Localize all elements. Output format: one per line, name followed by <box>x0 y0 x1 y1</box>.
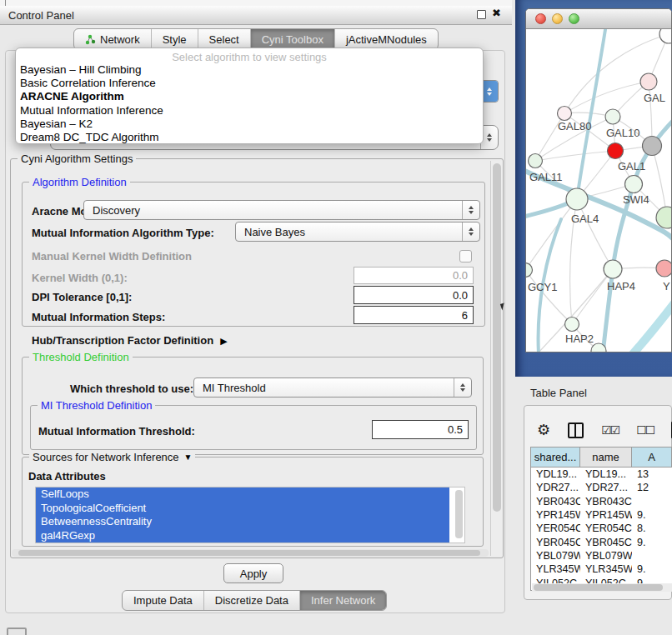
table-cell[interactable]: 9. <box>632 509 672 521</box>
tab-style[interactable]: Style <box>151 29 198 49</box>
network-node[interactable] <box>640 73 657 90</box>
dpi-tolerance-field[interactable]: 0.0 <box>354 286 474 304</box>
table-cell[interactable]: YPR145W <box>580 509 632 521</box>
dropdown-item[interactable]: Bayesian – Hill Climbing <box>16 63 483 77</box>
network-node[interactable] <box>604 260 622 278</box>
kernel-width-field[interactable]: 0.0 <box>354 267 474 284</box>
tab-network[interactable]: Network <box>74 29 151 49</box>
table-cell[interactable]: YPR145W <box>531 509 580 521</box>
minimize-window-button[interactable] <box>552 13 563 24</box>
table-cell[interactable]: YER054C <box>531 522 580 534</box>
list-scrollbar[interactable] <box>455 489 463 541</box>
table-cell[interactable]: YDR27... <box>531 482 580 493</box>
table-cell[interactable]: YBR045C <box>531 537 580 548</box>
table-cell[interactable]: 8. <box>632 522 672 534</box>
table-row[interactable]: YBL079WYBL079W <box>531 549 672 562</box>
network-window-titlebar[interactable] <box>526 9 671 29</box>
table-row[interactable]: YDR27...YDR27...12 <box>531 481 672 494</box>
network-node[interactable] <box>558 107 572 121</box>
table-cell[interactable]: YBR045C <box>580 537 632 548</box>
tab-impute-data[interactable]: Impute Data <box>123 591 203 610</box>
tab-discretize-data[interactable]: Discretize Data <box>203 591 299 610</box>
table-row[interactable]: YPR145WYPR145W9. <box>531 508 672 522</box>
table-cell[interactable]: YLR345W <box>580 563 632 575</box>
table-cell[interactable]: YDR27... <box>580 482 632 493</box>
columns-icon[interactable] <box>568 422 584 438</box>
mi-steps-field[interactable]: 6 <box>354 306 474 324</box>
network-node[interactable] <box>605 109 620 124</box>
scrollbar-thumb[interactable] <box>493 163 501 512</box>
dropdown-item[interactable]: Mutual Information Inference <box>16 104 483 118</box>
dropdown-item[interactable]: Basic Correlation Inference <box>16 77 483 90</box>
network-edge[interactable] <box>564 82 649 113</box>
network-node[interactable] <box>625 176 643 193</box>
close-icon[interactable]: ✖ <box>492 7 501 19</box>
which-threshold-combobox[interactable]: MI Threshold <box>193 378 472 398</box>
table-row[interactable]: YBR043CYBR043C <box>531 495 672 508</box>
list-item[interactable]: SelfLoops <box>36 488 449 502</box>
tab-select[interactable]: Select <box>198 29 250 49</box>
scrollbar-thumb[interactable] <box>534 584 663 591</box>
network-node[interactable] <box>529 154 543 168</box>
column-header[interactable]: shared... <box>531 448 580 468</box>
network-node[interactable] <box>608 143 624 159</box>
network-edge[interactable] <box>631 301 671 352</box>
settings-horizontal-scrollbar[interactable] <box>12 549 489 557</box>
checked-boxes-icon[interactable]: ☑☑ <box>601 423 619 437</box>
zoom-window-button[interactable] <box>569 13 579 24</box>
table-cell[interactable]: 9. <box>632 537 672 548</box>
table-row[interactable]: YBR045CYBR045C9. <box>531 535 672 548</box>
aracne-mode-combobox[interactable]: Discovery <box>83 200 480 220</box>
network-node[interactable] <box>565 318 579 332</box>
network-node[interactable] <box>566 188 588 210</box>
collapse-arrow-icon[interactable]: ▼ <box>184 452 193 462</box>
column-header[interactable]: name <box>580 448 632 468</box>
tab-jactivemnodules[interactable]: jActiveMNodules <box>334 29 438 49</box>
network-canvas[interactable]: GALGAL80GAL10GAL1GAL11SWI4GAL4GCY1HAP4YH… <box>526 29 671 352</box>
table-horizontal-scrollbar[interactable] <box>532 583 672 592</box>
network-node[interactable] <box>643 137 662 156</box>
apply-button[interactable]: Apply <box>223 563 283 583</box>
network-node[interactable] <box>656 260 671 277</box>
tab-infer-network[interactable]: Infer Network <box>299 591 386 610</box>
list-item[interactable]: gal4RGexp <box>36 529 449 543</box>
mi-threshold-field[interactable]: 0.5 <box>372 420 469 439</box>
table-row[interactable]: YDL19...YDL19...13 <box>531 468 672 481</box>
table-cell[interactable]: YLR345W <box>531 563 580 575</box>
scrollbar-thumb[interactable] <box>455 490 463 538</box>
gear-icon[interactable]: ⚙ <box>537 422 550 438</box>
list-item[interactable]: BetweennessCentrality <box>36 515 449 529</box>
settings-vertical-scrollbar[interactable] <box>490 161 503 556</box>
dropdown-item[interactable]: Dream8 DC_TDC Algorithm <box>16 131 483 144</box>
manual-kernel-checkbox[interactable] <box>459 250 472 262</box>
table-cell[interactable]: YDL19... <box>531 468 580 480</box>
network-node[interactable] <box>526 263 533 278</box>
dropdown-item-selected[interactable]: ARACNE Algorithm <box>16 90 483 103</box>
scrollbar-thumb[interactable] <box>18 550 480 556</box>
network-edge[interactable] <box>526 270 572 324</box>
column-header[interactable]: A <box>632 448 672 468</box>
dock-icon[interactable] <box>7 628 27 635</box>
table-cell[interactable]: 12 <box>632 482 672 493</box>
float-window-icon[interactable] <box>477 10 486 19</box>
hub-definition-toggle[interactable]: Hub/Transcription Factor Definition▶ <box>32 334 228 347</box>
close-window-button[interactable] <box>535 13 546 24</box>
table-row[interactable]: YLR345WYLR345W9. <box>531 562 672 576</box>
network-edge[interactable] <box>577 199 613 269</box>
network-node[interactable] <box>659 29 671 43</box>
table-cell[interactable]: YBR043C <box>580 496 632 508</box>
table-cell[interactable]: 9. <box>632 563 672 575</box>
table-cell[interactable]: YBL079W <box>531 550 580 562</box>
data-attributes-list[interactable]: SelfLoops TopologicalCoefficient Between… <box>35 487 465 543</box>
unchecked-boxes-icon[interactable]: ☐☐ <box>636 423 654 437</box>
mi-algorithm-type-combobox[interactable]: Naive Bayes <box>235 222 480 242</box>
table-row[interactable]: YER054CYER054C8. <box>531 522 672 535</box>
network-node[interactable] <box>656 207 671 228</box>
table-cell[interactable]: 13 <box>632 468 672 480</box>
table-cell[interactable]: YBL079W <box>580 550 632 562</box>
tab-cyni-toolbox[interactable]: Cyni Toolbox <box>250 29 334 49</box>
list-item[interactable]: TopologicalCoefficient <box>36 502 449 516</box>
table-cell[interactable]: YER054C <box>580 522 632 534</box>
table-cell[interactable]: YBR043C <box>531 496 580 508</box>
dropdown-item[interactable]: Bayesian – K2 <box>16 118 483 131</box>
